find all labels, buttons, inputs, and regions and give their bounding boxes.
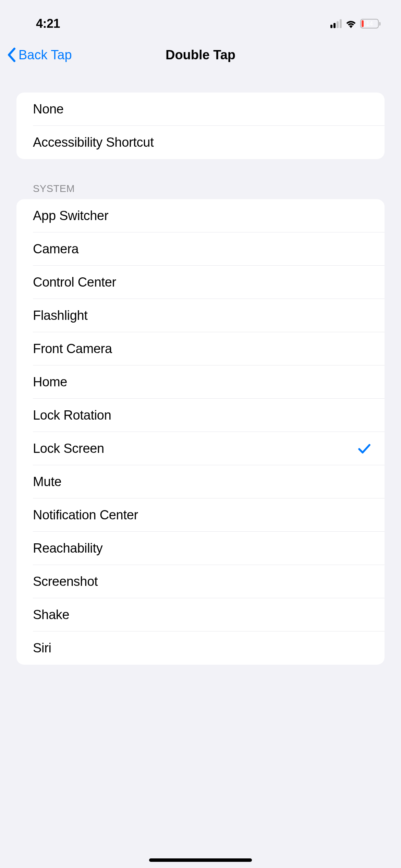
option-row-lock-screen[interactable]: Lock Screen	[16, 432, 385, 465]
option-row-screenshot[interactable]: Screenshot	[16, 565, 385, 598]
home-indicator[interactable]	[149, 858, 252, 862]
option-label: App Switcher	[33, 208, 108, 223]
option-row-flashlight[interactable]: Flashlight	[16, 299, 385, 332]
chevron-left-icon	[7, 47, 16, 62]
option-label: Notification Center	[33, 508, 138, 522]
option-row-app-switcher[interactable]: App Switcher	[16, 199, 385, 232]
option-label: Siri	[33, 641, 51, 655]
option-label: Flashlight	[33, 308, 88, 323]
option-label: Accessibility Shortcut	[33, 135, 154, 150]
option-label: Lock Screen	[33, 441, 104, 456]
page-title: Double Tap	[166, 48, 235, 62]
option-label: Reachability	[33, 541, 102, 556]
option-row-control-center[interactable]: Control Center	[16, 266, 385, 299]
option-label: Screenshot	[33, 574, 98, 589]
option-row-accessibility-shortcut[interactable]: Accessibility Shortcut	[16, 126, 385, 159]
option-label: Mute	[33, 474, 61, 489]
battery-icon: 14	[360, 19, 380, 28]
status-time: 4:21	[36, 16, 60, 31]
navigation-bar: Back Tap Double Tap	[0, 38, 401, 72]
checkmark-icon	[358, 443, 371, 455]
option-row-lock-rotation[interactable]: Lock Rotation	[16, 399, 385, 432]
back-label: Back Tap	[19, 48, 72, 62]
option-row-camera[interactable]: Camera	[16, 232, 385, 266]
option-label: Control Center	[33, 275, 116, 290]
option-label: None	[33, 102, 64, 117]
system-section-header: System	[16, 159, 385, 199]
option-row-mute[interactable]: Mute	[16, 465, 385, 498]
option-row-front-camera[interactable]: Front Camera	[16, 332, 385, 365]
option-label: Shake	[33, 607, 69, 622]
option-label: Lock Rotation	[33, 408, 111, 423]
top-group: NoneAccessibility Shortcut	[16, 93, 385, 159]
option-row-reachability[interactable]: Reachability	[16, 532, 385, 565]
back-button[interactable]: Back Tap	[7, 47, 72, 62]
wifi-icon	[345, 19, 357, 28]
option-row-none[interactable]: None	[16, 93, 385, 126]
option-label: Home	[33, 375, 67, 389]
cellular-signal-icon	[330, 19, 342, 28]
option-row-shake[interactable]: Shake	[16, 598, 385, 631]
status-indicators: 14	[330, 19, 380, 28]
status-bar: 4:21 14	[0, 0, 401, 38]
system-group: App SwitcherCameraControl CenterFlashlig…	[16, 199, 385, 665]
option-row-notification-center[interactable]: Notification Center	[16, 498, 385, 532]
content: NoneAccessibility Shortcut System App Sw…	[0, 93, 401, 665]
option-label: Camera	[33, 242, 78, 256]
option-row-siri[interactable]: Siri	[16, 631, 385, 665]
option-label: Front Camera	[33, 341, 112, 356]
battery-percent: 14	[366, 20, 373, 27]
option-row-home[interactable]: Home	[16, 365, 385, 399]
